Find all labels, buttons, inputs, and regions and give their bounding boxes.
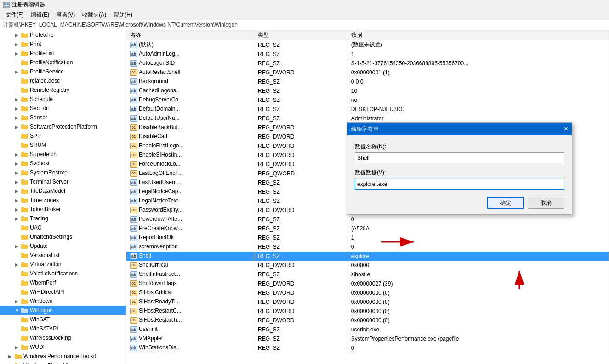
- sidebar-item[interactable]: related.desc: [0, 76, 126, 85]
- sidebar-item[interactable]: ▶ Tracing: [0, 214, 126, 223]
- svg-rect-42: [21, 198, 24, 199]
- tree-arrow: ▶: [15, 179, 21, 185]
- svg-rect-16: [21, 78, 24, 80]
- svg-rect-59: [21, 281, 28, 286]
- menu-item[interactable]: 查看(V): [53, 10, 79, 20]
- cancel-button[interactable]: 取消: [528, 197, 564, 209]
- tree-arrow: ▶: [15, 244, 21, 249]
- sidebar-item[interactable]: VersionsList: [0, 251, 126, 260]
- svg-rect-27: [21, 134, 28, 139]
- sidebar-item[interactable]: ▶ Sensor: [0, 113, 126, 122]
- sidebar-item[interactable]: VolatileNotifications: [0, 269, 126, 278]
- menu-bar: 文件(F)编辑(E)查看(V)收藏夹(A)帮助(H): [0, 10, 609, 20]
- sidebar-item[interactable]: WiFiDirectAPI: [0, 287, 126, 297]
- sidebar-item-label: VersionsList: [30, 252, 60, 258]
- name-label: 数值名称(N):: [355, 143, 564, 151]
- tree-arrow: ▶: [15, 161, 21, 166]
- sidebar-item[interactable]: ▶ WUDF: [0, 342, 126, 352]
- sidebar-item[interactable]: ▶ TokenBroker: [0, 205, 126, 214]
- tree-arrow: ▶: [8, 354, 15, 359]
- sidebar-item[interactable]: ▶ Svchost: [0, 159, 126, 168]
- menu-item[interactable]: 帮助(H): [110, 10, 136, 20]
- app-title: 注册表编辑器: [12, 1, 45, 9]
- sidebar-item-label: SRUM: [30, 142, 46, 148]
- svg-rect-48: [21, 225, 24, 227]
- sidebar-item[interactable]: ▶ TileDataModel: [0, 186, 126, 196]
- sidebar-item[interactable]: ▶ Update: [0, 241, 126, 251]
- svg-rect-3: [4, 6, 6, 7]
- name-input[interactable]: [355, 152, 564, 163]
- svg-rect-70: [21, 326, 24, 328]
- sidebar-item[interactable]: UnattendSettings: [0, 232, 126, 241]
- sidebar-item-label: TokenBroker: [30, 206, 61, 213]
- svg-rect-57: [21, 272, 28, 276]
- menu-item[interactable]: 收藏夹(A): [79, 10, 110, 20]
- sidebar-item[interactable]: ▶ Virtualization: [0, 260, 126, 269]
- svg-rect-7: [21, 43, 28, 47]
- folder-icon: [21, 123, 28, 130]
- svg-rect-76: [15, 354, 17, 355]
- sidebar-item-label: SystemRestore: [30, 169, 68, 176]
- sidebar-item[interactable]: ▶ Windows Photo Viewer: [0, 361, 126, 364]
- main-area: ▶ Prefetcher▶ Print▶ ProfileList Profile…: [0, 30, 609, 364]
- folder-icon: [21, 270, 28, 277]
- svg-rect-68: [21, 317, 24, 319]
- svg-rect-52: [21, 244, 24, 245]
- svg-rect-22: [21, 106, 24, 107]
- svg-rect-39: [21, 190, 28, 194]
- sidebar-item[interactable]: WbemPerf: [0, 278, 126, 287]
- data-input[interactable]: [355, 179, 564, 190]
- sidebar-item[interactable]: ▶ Superfetch: [0, 150, 126, 159]
- svg-rect-18: [21, 88, 24, 89]
- sidebar-item[interactable]: ▶ ProfileService: [0, 67, 126, 76]
- sidebar-item[interactable]: ▶ Schedule: [0, 95, 126, 104]
- folder-icon: [21, 298, 28, 304]
- sidebar[interactable]: ▶ Prefetcher▶ Print▶ ProfileList Profile…: [0, 30, 126, 364]
- sidebar-item[interactable]: WinSAT: [0, 315, 126, 324]
- sidebar-item[interactable]: ▶ Terminal Server: [0, 177, 126, 186]
- sidebar-item[interactable]: ▶ Windows Performance Toolkit: [0, 352, 126, 361]
- sidebar-item[interactable]: ProfileNotification: [0, 58, 126, 67]
- svg-rect-32: [21, 152, 24, 153]
- sidebar-item-label: Time Zones: [30, 197, 59, 203]
- folder-icon: [21, 50, 28, 56]
- svg-rect-60: [21, 280, 24, 282]
- sidebar-item[interactable]: ▶ ProfileList: [0, 49, 126, 58]
- svg-rect-53: [21, 254, 28, 258]
- sidebar-item[interactable]: ▶ SecEdit: [0, 104, 126, 113]
- sidebar-item[interactable]: ▶ SystemRestore: [0, 168, 126, 177]
- svg-rect-35: [21, 171, 28, 175]
- sidebar-item[interactable]: ▼ Winlogon: [0, 306, 126, 315]
- svg-rect-43: [21, 208, 28, 212]
- sidebar-item-label: related.desc: [30, 78, 60, 84]
- sidebar-item-label: Sensor: [30, 114, 47, 121]
- sidebar-item[interactable]: ▶ Prefetcher: [0, 30, 126, 39]
- sidebar-item-label: WiFiDirectAPI: [30, 289, 64, 295]
- menu-item[interactable]: 编辑(E): [27, 10, 53, 20]
- sidebar-item[interactable]: WirelessDocking: [0, 333, 126, 342]
- sidebar-item[interactable]: UAC: [0, 223, 126, 232]
- svg-rect-62: [21, 290, 24, 291]
- folder-icon: [21, 280, 28, 286]
- sidebar-item-label: WinSATAPI: [30, 325, 58, 332]
- confirm-button[interactable]: 确定: [487, 197, 524, 209]
- svg-rect-6: [21, 33, 24, 34]
- tree-arrow: ▶: [15, 262, 21, 267]
- dialog-close-button[interactable]: ×: [564, 125, 568, 133]
- sidebar-item[interactable]: RemoteRegistry: [0, 85, 126, 95]
- sidebar-item[interactable]: WinSATAPI: [0, 324, 126, 333]
- sidebar-item[interactable]: SRUM: [0, 140, 126, 150]
- svg-rect-11: [21, 61, 28, 65]
- folder-icon: [21, 105, 28, 112]
- dialog-buttons: 确定 取消: [355, 197, 564, 209]
- folder-icon: [21, 96, 28, 102]
- menu-item[interactable]: 文件(F): [2, 10, 27, 20]
- sidebar-item[interactable]: ▶ SoftwareProtectionPlatform: [0, 122, 126, 131]
- sidebar-item[interactable]: ▶ Print: [0, 39, 126, 49]
- folder-icon: [21, 188, 28, 194]
- sidebar-item[interactable]: ▶ Time Zones: [0, 196, 126, 205]
- svg-rect-56: [21, 262, 24, 263]
- sidebar-item[interactable]: ▶ Windows: [0, 297, 126, 306]
- sidebar-item[interactable]: SPP: [0, 131, 126, 140]
- folder-icon: [21, 32, 28, 38]
